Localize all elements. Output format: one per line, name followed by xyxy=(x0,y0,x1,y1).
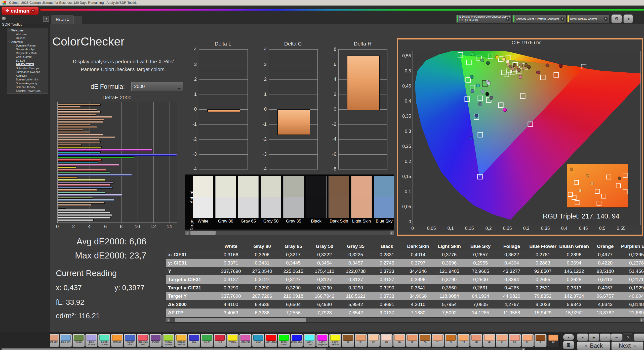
sidebar-item-screen-uniformity[interactable]: Screen Uniformity xyxy=(7,78,48,81)
panel-collapse-button[interactable]: ◀ xyxy=(623,14,633,23)
patch-button-2f[interactable]: 2F xyxy=(355,334,367,347)
patch-button-purplish-blue[interactable]: Purplish Blue xyxy=(124,334,136,347)
sidebar-item-welcome[interactable]: Welcome xyxy=(7,32,48,36)
chevron-down-icon[interactable]: ▼ xyxy=(506,17,510,21)
tab-history-1[interactable]: History 1 xyxy=(51,15,74,24)
sidebar-item-dynamic-range[interactable]: Dynamic Range xyxy=(7,44,48,48)
patch-button-orange-yellow[interactable]: Orange Yellow xyxy=(175,334,187,347)
patch-color xyxy=(228,335,237,341)
patch-button-7f[interactable]: 7F xyxy=(406,334,418,347)
scroll-right-icon[interactable]: ▶ xyxy=(640,318,644,322)
chevron-down-icon[interactable]: ▼ xyxy=(604,17,608,21)
table-scrollbar[interactable]: ◀ ▶ xyxy=(166,317,644,323)
patch-button-100-red[interactable]: 100% Red xyxy=(265,334,277,347)
sidebar-item-screen-stability[interactable]: Screen Stability xyxy=(7,85,48,89)
patch-button-100-green[interactable]: 100% Green xyxy=(278,334,290,347)
patch-button-green[interactable]: Green xyxy=(201,334,213,347)
sidebar-item-welcome[interactable]: ▾Welcome xyxy=(7,29,48,32)
patch-button-5d[interactable]: 5D xyxy=(380,334,393,347)
sidebar-item-additivity[interactable]: Additivity xyxy=(7,74,48,78)
blank-button[interactable] xyxy=(634,333,644,341)
patch-button-7g[interactable]: 7G xyxy=(419,334,431,347)
stop-button[interactable]: ■ xyxy=(577,333,588,341)
back-button[interactable]: « Back xyxy=(577,341,610,350)
expander-icon[interactable]: ▾ xyxy=(9,40,10,44)
pattern-window-button[interactable]: ■ xyxy=(563,341,574,349)
patch-button-7h[interactable]: 7H xyxy=(432,334,444,347)
scroll-left-icon[interactable]: ◀ xyxy=(185,231,189,235)
calman-menu-button[interactable]: ❖ calman ▼ xyxy=(2,7,39,15)
patch-button-2k[interactable]: 2K xyxy=(368,334,380,347)
patch-button-7e[interactable]: 7E xyxy=(393,334,406,347)
add-tab-button[interactable]: + xyxy=(74,16,82,24)
scroll-thumb[interactable] xyxy=(2,348,326,350)
inset-square xyxy=(607,175,611,180)
pattern-window-button[interactable]: ▭ xyxy=(600,333,611,341)
patch-button-2e[interactable]: 2E xyxy=(342,334,354,347)
patch-button-red[interactable]: Red xyxy=(214,334,226,347)
patch-button-100-yellow[interactable]: 100% Yellow xyxy=(329,334,341,347)
de-bar xyxy=(58,139,99,141)
patch-button-yellow-green[interactable]: Yellow Green xyxy=(162,334,175,347)
patch-button-bluish-green[interactable]: Bluish Green xyxy=(98,334,110,347)
sidebar-item-saturation-sweeps[interactable]: Saturation Sweeps xyxy=(7,66,48,70)
sidebar-item-colorchecker[interactable]: ColorChecker xyxy=(7,63,48,66)
scroll-left-icon[interactable]: ◀ xyxy=(166,318,170,322)
patch-button-8j[interactable]: 8J xyxy=(547,334,559,347)
sidebar-item-3d-lut[interactable]: 3D LUT xyxy=(7,59,48,63)
scroll-thumb[interactable] xyxy=(175,318,306,322)
patch-button-8h[interactable]: 8H xyxy=(521,334,534,347)
patch-button-magenta[interactable]: Magenta xyxy=(239,334,252,347)
patch-button-light-skin[interactable]: Light Skin xyxy=(50,334,59,347)
scroll-thumb[interactable] xyxy=(190,231,216,235)
patch-button-8e[interactable]: 8E xyxy=(483,334,495,347)
patch-button-purple[interactable]: Purple xyxy=(149,334,162,347)
sidebar-item-grayscale-2pt[interactable]: Grayscale - 2pt xyxy=(7,48,48,51)
swatch-scrollbar[interactable]: ◀ ▶ xyxy=(185,230,394,235)
chevron-down-icon[interactable]: ▼ xyxy=(560,17,565,21)
patch-button-yellow[interactable]: Yellow xyxy=(226,334,239,347)
row-label: Y xyxy=(166,269,215,274)
continuous-button[interactable]: ∞ xyxy=(611,333,622,341)
patch-button-100-blue[interactable]: 100% Blue xyxy=(291,334,303,347)
sidebar-item-grayscale-multi[interactable]: Grayscale - Multi xyxy=(7,51,48,55)
patch-button-8g[interactable]: 8G xyxy=(509,334,521,347)
expander-icon[interactable]: ▾ xyxy=(9,29,10,32)
patch-button-blue[interactable]: Blue xyxy=(188,334,200,347)
patch-button-100-cyan[interactable]: 100% Cyan xyxy=(303,334,316,347)
patch-button-blue-sky[interactable]: Blue Sky xyxy=(60,334,72,347)
next-button[interactable]: Next » xyxy=(611,341,643,350)
sidebar-collapse-button[interactable]: ◀ xyxy=(43,16,49,22)
table-cell: 44,9820 xyxy=(496,293,527,299)
scroll-right-icon[interactable]: ▶ xyxy=(522,348,525,350)
patch-button-foliage[interactable]: Foliage xyxy=(72,334,85,347)
loop-button[interactable]: ⟳ xyxy=(622,333,633,341)
patch-button-cyan[interactable]: Cyan xyxy=(252,334,264,347)
patch-button-7i[interactable]: 7I xyxy=(445,334,457,347)
patch-button-7j[interactable]: 7J xyxy=(457,334,470,347)
patch-button-blue-flower[interactable]: Blue Flower xyxy=(85,334,98,347)
patch-button-8f[interactable]: 8F xyxy=(496,334,508,347)
strip-scrollbar[interactable]: ▶ xyxy=(1,348,525,350)
play-button[interactable]: ▶ xyxy=(588,333,599,341)
scroll-right-icon[interactable]: ▶ xyxy=(390,231,394,235)
de-formula-dropdown[interactable]: 2000 ▼ xyxy=(131,82,183,91)
patch-button-100-magenta[interactable]: 100% Magenta xyxy=(316,334,329,347)
patch-button-8i[interactable]: 8I xyxy=(534,334,547,347)
sidebar-item-screen-angularity[interactable]: Screen Angularity xyxy=(7,81,48,85)
patch-button-8d[interactable]: 8D xyxy=(470,334,482,347)
sidebar-item-luminance-sweeps[interactable]: Luminance Sweeps xyxy=(7,70,48,74)
device-selector-2[interactable]: Direct Display Control▼ xyxy=(567,14,609,23)
reading-fl: fL: 33,92 xyxy=(56,298,84,307)
sidebar-item-options[interactable]: Options xyxy=(7,36,48,40)
device-selector-0[interactable]: i1 Display Pro/Calibrite ColorChecker Di… xyxy=(456,14,511,23)
strip-collapse-button[interactable]: ▲ xyxy=(563,334,574,340)
sidebar-item-analysis[interactable]: ▾Analysis xyxy=(7,40,48,44)
device-selector-1[interactable]: CalMAN Client 3 Pattern Generator▼ xyxy=(512,14,566,23)
settings-button[interactable]: ⚙ xyxy=(611,14,622,23)
sidebar-item-spectral-power-dist-[interactable]: Spectral Power Dist. xyxy=(7,89,48,93)
de-bar xyxy=(58,187,113,189)
patch-button-orange[interactable]: Orange xyxy=(111,334,123,347)
patch-button-moderate-red[interactable]: Moderate Red xyxy=(137,334,149,347)
sidebar-item-color-gamut[interactable]: Color Gamut xyxy=(7,55,48,59)
